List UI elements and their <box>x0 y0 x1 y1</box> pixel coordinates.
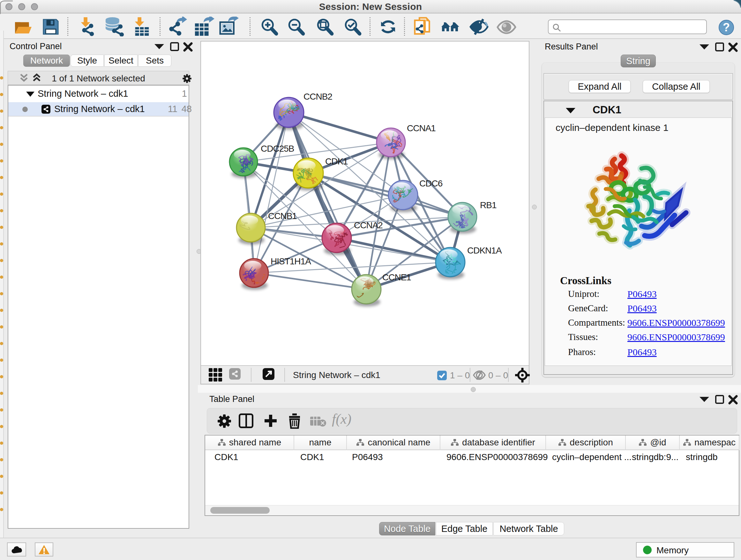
svg-text:CCNB1: CCNB1 <box>268 211 297 221</box>
svg-text:CDKN1A: CDKN1A <box>467 246 502 255</box>
svg-text:CCNE1: CCNE1 <box>382 272 411 282</box>
svg-text:CDC6: CDC6 <box>419 179 443 188</box>
svg-text:CCNB2: CCNB2 <box>304 91 332 102</box>
svg-text:CCNA2: CCNA2 <box>354 220 383 230</box>
svg-text:RB1: RB1 <box>480 200 496 210</box>
svg-text:CDK1: CDK1 <box>325 157 348 166</box>
svg-text:CCNA1: CCNA1 <box>407 123 435 133</box>
svg-text:HIST1H1A: HIST1H1A <box>271 256 311 266</box>
svg-text:CDC25B: CDC25B <box>261 144 294 153</box>
